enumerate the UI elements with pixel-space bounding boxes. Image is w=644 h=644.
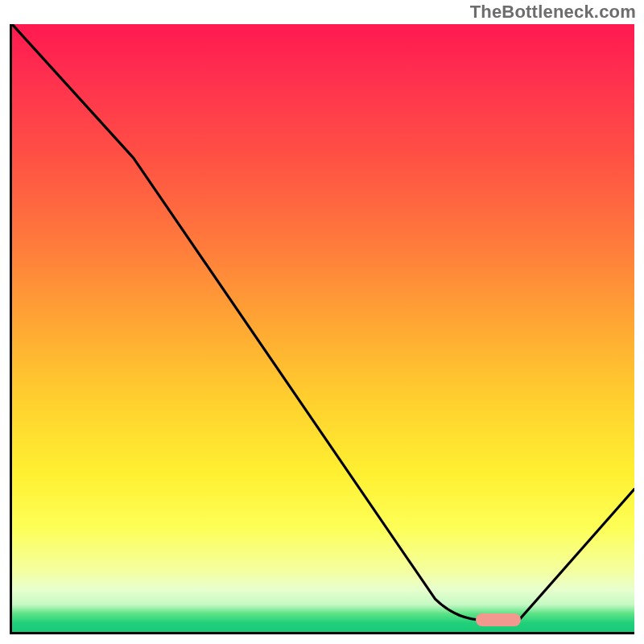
curve-path xyxy=(12,24,634,620)
plot-area xyxy=(10,24,634,634)
chart-container: TheBottleneck.com xyxy=(0,0,644,644)
bottleneck-curve xyxy=(12,24,634,632)
optimal-range-marker xyxy=(476,613,521,627)
watermark-label: TheBottleneck.com xyxy=(470,2,636,23)
